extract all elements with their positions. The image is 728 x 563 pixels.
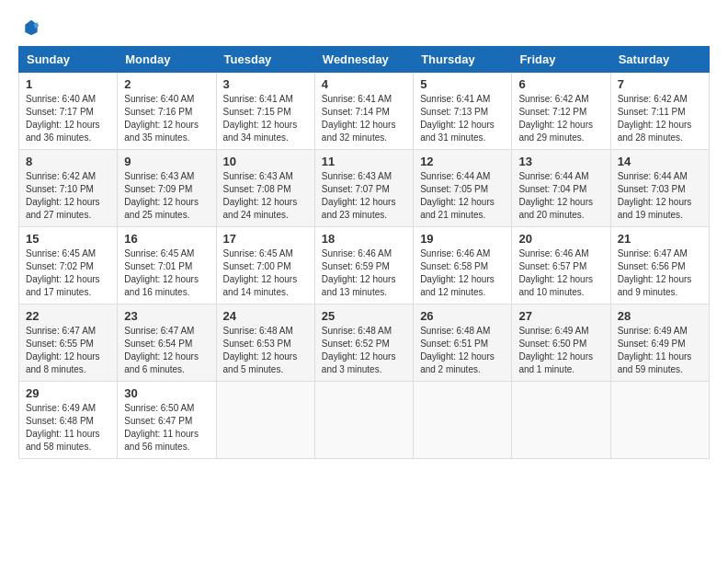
- logo: [18, 18, 42, 37]
- day-info: Sunrise: 6:43 AMSunset: 7:09 PMDaylight:…: [124, 170, 209, 222]
- day-header-friday: Friday: [512, 47, 610, 73]
- day-info: Sunrise: 6:45 AMSunset: 7:01 PMDaylight:…: [124, 247, 209, 299]
- calendar-cell: 28 Sunrise: 6:49 AMSunset: 6:49 PMDaylig…: [610, 304, 709, 382]
- day-info: Sunrise: 6:41 AMSunset: 7:15 PMDaylight:…: [223, 93, 308, 144]
- day-info: Sunrise: 6:48 AMSunset: 6:52 PMDaylight:…: [322, 325, 406, 376]
- day-info: Sunrise: 6:50 AMSunset: 6:47 PMDaylight:…: [124, 402, 209, 454]
- day-header-thursday: Thursday: [414, 47, 512, 73]
- day-number: 4: [322, 77, 406, 91]
- calendar-cell: 14 Sunrise: 6:44 AMSunset: 7:03 PMDaylig…: [610, 150, 709, 227]
- day-number: 20: [518, 232, 603, 246]
- day-number: 5: [420, 77, 505, 91]
- calendar-cell: 4 Sunrise: 6:41 AMSunset: 7:14 PMDayligh…: [314, 73, 413, 150]
- day-info: Sunrise: 6:44 AMSunset: 7:03 PMDaylight:…: [618, 170, 702, 222]
- day-number: 25: [322, 309, 406, 323]
- day-info: Sunrise: 6:46 AMSunset: 6:58 PMDaylight:…: [420, 247, 505, 299]
- calendar-cell: 29 Sunrise: 6:49 AMSunset: 6:48 PMDaylig…: [19, 382, 118, 459]
- day-info: Sunrise: 6:47 AMSunset: 6:55 PMDaylight:…: [26, 325, 110, 376]
- day-info: Sunrise: 6:47 AMSunset: 6:54 PMDaylight:…: [124, 325, 209, 376]
- day-info: Sunrise: 6:43 AMSunset: 7:07 PMDaylight:…: [322, 170, 406, 222]
- calendar-cell: 25 Sunrise: 6:48 AMSunset: 6:52 PMDaylig…: [314, 304, 413, 382]
- page-header: [18, 18, 710, 37]
- day-number: 10: [223, 155, 308, 168]
- calendar-cell: 27 Sunrise: 6:49 AMSunset: 6:50 PMDaylig…: [512, 304, 610, 382]
- day-info: Sunrise: 6:45 AMSunset: 7:02 PMDaylight:…: [26, 247, 110, 299]
- day-info: Sunrise: 6:49 AMSunset: 6:50 PMDaylight:…: [518, 325, 603, 376]
- day-info: Sunrise: 6:42 AMSunset: 7:10 PMDaylight:…: [26, 170, 110, 222]
- calendar-cell: 16 Sunrise: 6:45 AMSunset: 7:01 PMDaylig…: [118, 227, 216, 304]
- calendar-cell: 9 Sunrise: 6:43 AMSunset: 7:09 PMDayligh…: [118, 150, 216, 227]
- calendar-cell: 18 Sunrise: 6:46 AMSunset: 6:59 PMDaylig…: [314, 227, 413, 304]
- day-number: 23: [124, 309, 209, 323]
- day-header-wednesday: Wednesday: [314, 47, 413, 73]
- calendar-cell: 2 Sunrise: 6:40 AMSunset: 7:16 PMDayligh…: [118, 73, 216, 150]
- calendar-cell: 30 Sunrise: 6:50 AMSunset: 6:47 PMDaylig…: [118, 382, 216, 459]
- day-info: Sunrise: 6:48 AMSunset: 6:51 PMDaylight:…: [420, 325, 505, 376]
- calendar-cell: [512, 382, 610, 459]
- day-info: Sunrise: 6:42 AMSunset: 7:11 PMDaylight:…: [618, 93, 702, 144]
- calendar-cell: 24 Sunrise: 6:48 AMSunset: 6:53 PMDaylig…: [216, 304, 314, 382]
- day-number: 15: [26, 232, 110, 246]
- day-header-monday: Monday: [118, 47, 216, 73]
- day-number: 11: [322, 155, 406, 168]
- day-number: 16: [124, 232, 209, 246]
- calendar-week-2: 8 Sunrise: 6:42 AMSunset: 7:10 PMDayligh…: [19, 150, 710, 227]
- day-info: Sunrise: 6:41 AMSunset: 7:14 PMDaylight:…: [322, 93, 406, 144]
- day-number: 8: [26, 155, 110, 168]
- day-number: 28: [618, 309, 702, 323]
- day-number: 22: [26, 309, 110, 323]
- calendar-cell: 7 Sunrise: 6:42 AMSunset: 7:11 PMDayligh…: [610, 73, 709, 150]
- calendar-week-4: 22 Sunrise: 6:47 AMSunset: 6:55 PMDaylig…: [19, 304, 710, 382]
- day-header-saturday: Saturday: [610, 47, 709, 73]
- day-info: Sunrise: 6:44 AMSunset: 7:05 PMDaylight:…: [420, 170, 505, 222]
- day-number: 14: [618, 155, 702, 168]
- day-header-tuesday: Tuesday: [216, 47, 314, 73]
- calendar-cell: 22 Sunrise: 6:47 AMSunset: 6:55 PMDaylig…: [19, 304, 118, 382]
- day-info: Sunrise: 6:49 AMSunset: 6:49 PMDaylight:…: [618, 325, 702, 376]
- calendar-cell: [216, 382, 314, 459]
- calendar-cell: [314, 382, 413, 459]
- day-number: 30: [124, 386, 209, 400]
- day-info: Sunrise: 6:46 AMSunset: 6:59 PMDaylight:…: [322, 247, 406, 299]
- calendar-cell: 17 Sunrise: 6:45 AMSunset: 7:00 PMDaylig…: [216, 227, 314, 304]
- day-number: 6: [518, 77, 603, 91]
- day-info: Sunrise: 6:49 AMSunset: 6:48 PMDaylight:…: [26, 402, 110, 454]
- day-number: 17: [223, 232, 308, 246]
- calendar-cell: 20 Sunrise: 6:46 AMSunset: 6:57 PMDaylig…: [512, 227, 610, 304]
- day-number: 29: [26, 386, 110, 400]
- calendar-week-3: 15 Sunrise: 6:45 AMSunset: 7:02 PMDaylig…: [19, 227, 710, 304]
- day-info: Sunrise: 6:48 AMSunset: 6:53 PMDaylight:…: [223, 325, 308, 376]
- calendar-cell: 13 Sunrise: 6:44 AMSunset: 7:04 PMDaylig…: [512, 150, 610, 227]
- day-info: Sunrise: 6:45 AMSunset: 7:00 PMDaylight:…: [223, 247, 308, 299]
- calendar-cell: 1 Sunrise: 6:40 AMSunset: 7:17 PMDayligh…: [19, 73, 118, 150]
- day-info: Sunrise: 6:47 AMSunset: 6:56 PMDaylight:…: [618, 247, 702, 299]
- day-number: 2: [124, 77, 209, 91]
- logo-icon: [22, 18, 40, 37]
- day-number: 12: [420, 155, 505, 168]
- calendar-cell: 12 Sunrise: 6:44 AMSunset: 7:05 PMDaylig…: [414, 150, 512, 227]
- day-number: 1: [26, 77, 110, 91]
- day-number: 27: [518, 309, 603, 323]
- day-info: Sunrise: 6:42 AMSunset: 7:12 PMDaylight:…: [518, 93, 603, 144]
- day-number: 21: [618, 232, 702, 246]
- day-number: 9: [124, 155, 209, 168]
- calendar-cell: [610, 382, 709, 459]
- calendar-cell: 8 Sunrise: 6:42 AMSunset: 7:10 PMDayligh…: [19, 150, 118, 227]
- day-header-sunday: Sunday: [19, 47, 118, 73]
- calendar-cell: 23 Sunrise: 6:47 AMSunset: 6:54 PMDaylig…: [118, 304, 216, 382]
- calendar-cell: 3 Sunrise: 6:41 AMSunset: 7:15 PMDayligh…: [216, 73, 314, 150]
- calendar-week-5: 29 Sunrise: 6:49 AMSunset: 6:48 PMDaylig…: [19, 382, 710, 459]
- calendar-cell: 6 Sunrise: 6:42 AMSunset: 7:12 PMDayligh…: [512, 73, 610, 150]
- day-number: 26: [420, 309, 505, 323]
- day-info: Sunrise: 6:43 AMSunset: 7:08 PMDaylight:…: [223, 170, 308, 222]
- calendar-cell: 19 Sunrise: 6:46 AMSunset: 6:58 PMDaylig…: [414, 227, 512, 304]
- calendar-cell: [414, 382, 512, 459]
- day-info: Sunrise: 6:46 AMSunset: 6:57 PMDaylight:…: [518, 247, 603, 299]
- calendar-week-1: 1 Sunrise: 6:40 AMSunset: 7:17 PMDayligh…: [19, 73, 710, 150]
- day-info: Sunrise: 6:41 AMSunset: 7:13 PMDaylight:…: [420, 93, 505, 144]
- day-info: Sunrise: 6:40 AMSunset: 7:16 PMDaylight:…: [124, 93, 209, 144]
- day-number: 3: [223, 77, 308, 91]
- day-number: 18: [322, 232, 406, 246]
- calendar-cell: 26 Sunrise: 6:48 AMSunset: 6:51 PMDaylig…: [414, 304, 512, 382]
- calendar-cell: 10 Sunrise: 6:43 AMSunset: 7:08 PMDaylig…: [216, 150, 314, 227]
